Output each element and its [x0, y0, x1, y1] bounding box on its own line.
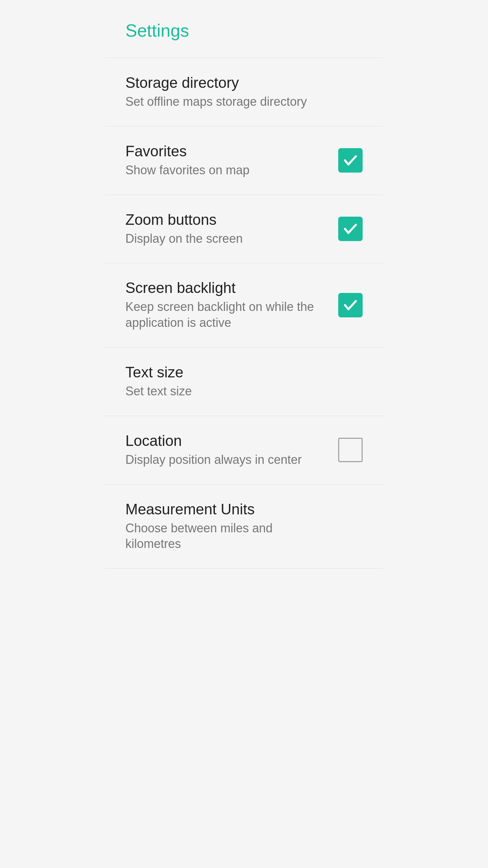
no-control-text-size	[338, 369, 363, 394]
settings-item-content-favorites: FavoritesShow favorites on map	[125, 143, 338, 178]
checkbox-checked-zoom-buttons[interactable]	[338, 217, 363, 241]
checkbox-checked-favorites[interactable]	[338, 148, 363, 173]
no-control-storage-directory	[338, 80, 363, 104]
no-control-measurement-units	[338, 514, 363, 538]
settings-item-subtitle-measurement-units: Choose between miles and kilometres	[125, 520, 325, 552]
settings-item-subtitle-zoom-buttons: Display on the screen	[125, 231, 325, 247]
settings-item-zoom-buttons[interactable]: Zoom buttonsDisplay on the screen	[105, 195, 383, 263]
settings-item-screen-backlight[interactable]: Screen backlightKeep screen backlight on…	[105, 263, 383, 348]
settings-item-title-text-size: Text size	[125, 364, 325, 381]
settings-item-content-measurement-units: Measurement UnitsChoose between miles an…	[125, 501, 338, 552]
settings-item-subtitle-location: Display position always in center	[125, 452, 325, 468]
settings-item-title-zoom-buttons: Zoom buttons	[125, 211, 325, 228]
settings-item-location[interactable]: LocationDisplay position always in cente…	[105, 416, 383, 485]
settings-item-content-zoom-buttons: Zoom buttonsDisplay on the screen	[125, 211, 338, 247]
settings-item-subtitle-favorites: Show favorites on map	[125, 162, 325, 178]
settings-item-content-storage-directory: Storage directorySet offline maps storag…	[125, 74, 338, 110]
settings-item-title-measurement-units: Measurement Units	[125, 501, 325, 518]
settings-item-subtitle-text-size: Set text size	[125, 383, 325, 399]
checkbox-unchecked-location[interactable]	[338, 438, 363, 462]
settings-item-content-screen-backlight: Screen backlightKeep screen backlight on…	[125, 279, 338, 331]
settings-item-storage-directory[interactable]: Storage directorySet offline maps storag…	[105, 58, 383, 126]
settings-item-subtitle-storage-directory: Set offline maps storage directory	[125, 94, 325, 110]
settings-item-content-text-size: Text sizeSet text size	[125, 364, 338, 399]
settings-item-favorites[interactable]: FavoritesShow favorites on map	[105, 126, 383, 195]
page-title: Settings	[105, 0, 383, 58]
checkbox-checked-screen-backlight[interactable]	[338, 293, 363, 317]
settings-item-text-size[interactable]: Text sizeSet text size	[105, 348, 383, 416]
settings-item-title-storage-directory: Storage directory	[125, 74, 325, 91]
settings-item-measurement-units[interactable]: Measurement UnitsChoose between miles an…	[105, 485, 383, 569]
settings-item-title-location: Location	[125, 432, 325, 449]
settings-list: Storage directorySet offline maps storag…	[105, 58, 383, 569]
settings-item-content-location: LocationDisplay position always in cente…	[125, 432, 338, 468]
settings-item-subtitle-screen-backlight: Keep screen backlight on while the appli…	[125, 299, 325, 331]
settings-item-title-favorites: Favorites	[125, 143, 325, 160]
settings-item-title-screen-backlight: Screen backlight	[125, 279, 325, 296]
